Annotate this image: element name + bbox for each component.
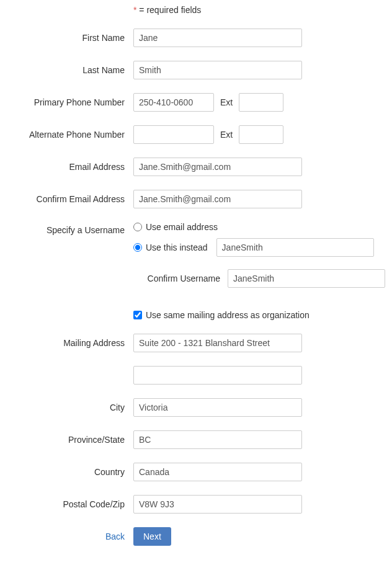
first-name-field[interactable] xyxy=(133,29,302,47)
first-name-row: First Name xyxy=(6,29,386,47)
postal-code-label: Postal Code/Zip xyxy=(6,499,133,509)
province-field[interactable] xyxy=(133,430,302,449)
city-field[interactable] xyxy=(133,398,302,417)
mailing-address2-row xyxy=(6,366,386,385)
primary-phone-field[interactable] xyxy=(133,93,214,112)
last-name-label: Last Name xyxy=(6,65,133,75)
mailing-address2-field[interactable] xyxy=(133,366,302,385)
postal-code-row: Postal Code/Zip xyxy=(6,495,386,514)
postal-code-field[interactable] xyxy=(133,495,302,514)
confirm-username-label: Confirm Username xyxy=(133,274,220,283)
first-name-label: First Name xyxy=(6,33,133,43)
last-name-field[interactable] xyxy=(133,61,302,79)
required-note-row: * = required fields xyxy=(6,5,386,15)
use-this-radio-label[interactable]: Use this instead xyxy=(146,242,208,252)
primary-ext-label: Ext xyxy=(220,97,233,107)
back-link[interactable]: Back xyxy=(105,532,125,541)
city-label: City xyxy=(6,403,133,412)
email-label: Email Address xyxy=(6,162,133,172)
username-row: Specify a Username Use email address xyxy=(6,222,386,238)
last-name-row: Last Name xyxy=(6,61,386,79)
use-this-row: Use this instead xyxy=(133,238,386,257)
actions-row: Back Next xyxy=(6,527,386,546)
country-label: Country xyxy=(6,467,133,477)
mailing-address-row: Mailing Address xyxy=(6,334,386,352)
same-mailing-checkbox[interactable] xyxy=(133,311,142,319)
confirm-username-field[interactable] xyxy=(228,269,385,288)
same-mailing-label[interactable]: Use same mailing address as organization xyxy=(146,310,310,320)
primary-phone-label: Primary Phone Number xyxy=(6,97,133,107)
use-email-radio[interactable] xyxy=(133,223,142,231)
country-row: Country xyxy=(6,463,386,481)
confirm-email-row: Confirm Email Address xyxy=(6,190,386,208)
use-email-radio-label[interactable]: Use email address xyxy=(146,222,218,232)
city-row: City xyxy=(6,398,386,417)
country-field[interactable] xyxy=(133,463,302,481)
email-field[interactable] xyxy=(133,158,302,176)
province-label: Province/State xyxy=(6,435,133,445)
alternate-phone-label: Alternate Phone Number xyxy=(6,130,133,140)
alternate-phone-field[interactable] xyxy=(133,125,214,144)
province-row: Province/State xyxy=(6,430,386,449)
confirm-email-label: Confirm Email Address xyxy=(6,194,133,204)
required-star: * = required fields xyxy=(133,5,201,15)
alternate-phone-row: Alternate Phone Number Ext xyxy=(6,125,386,144)
confirm-username-row: Confirm Username xyxy=(133,269,386,288)
confirm-email-field[interactable] xyxy=(133,190,302,208)
use-this-radio[interactable] xyxy=(133,243,142,252)
alternate-ext-label: Ext xyxy=(220,130,233,140)
primary-ext-field[interactable] xyxy=(239,93,283,112)
next-button[interactable]: Next xyxy=(133,527,171,546)
username-field[interactable] xyxy=(216,238,374,257)
registration-form: * = required fields First Name Last Name… xyxy=(6,5,386,546)
primary-phone-row: Primary Phone Number Ext xyxy=(6,93,386,112)
mailing-address1-field[interactable] xyxy=(133,334,302,352)
same-mailing-row: Use same mailing address as organization xyxy=(133,310,386,320)
alternate-ext-field[interactable] xyxy=(239,125,283,144)
mailing-address-label: Mailing Address xyxy=(6,338,133,348)
email-row: Email Address xyxy=(6,158,386,176)
specify-username-label: Specify a Username xyxy=(6,225,133,235)
